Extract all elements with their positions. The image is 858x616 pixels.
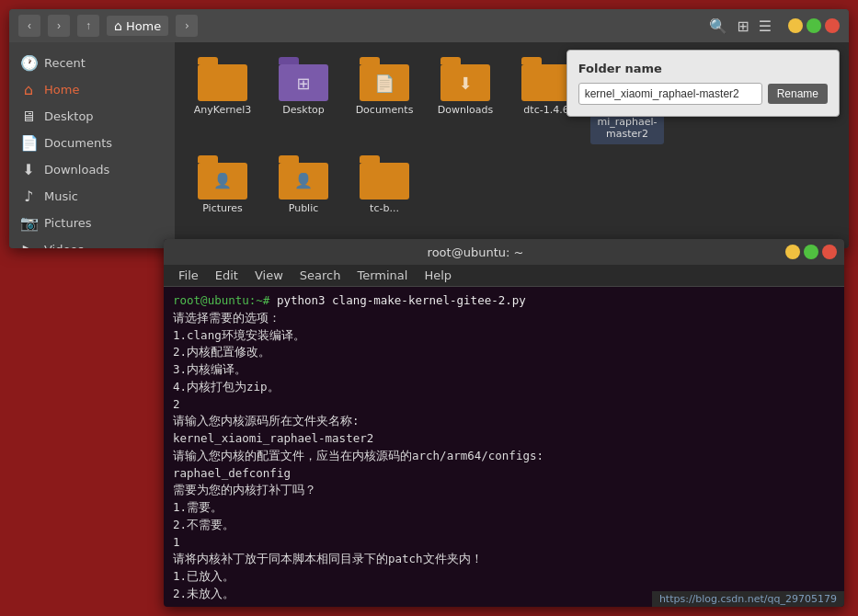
up-button[interactable]: ↑ xyxy=(77,15,99,37)
sidebar-item-pictures[interactable]: 📷 Pictures xyxy=(9,210,175,236)
term-maximize-button[interactable]: + xyxy=(804,245,818,259)
term-line-13: 1.需要。 xyxy=(173,499,835,517)
term-menu-search[interactable]: Search xyxy=(292,267,349,284)
home-label: Home xyxy=(126,19,161,33)
term-title: root@ubuntu: ~ xyxy=(376,245,576,259)
sidebar-item-videos[interactable]: ▶ Videos xyxy=(9,236,175,248)
folder-downloads-icon: ⬇ xyxy=(440,57,490,101)
videos-icon: ▶ xyxy=(20,241,37,248)
term-line-3: 1.clang环境安装编译。 xyxy=(173,327,835,345)
fm-minimize-button[interactable]: − xyxy=(788,18,803,33)
term-line-7: 2 xyxy=(173,396,835,414)
term-menu-terminal[interactable]: Terminal xyxy=(349,267,415,284)
documents-icon: 📄 xyxy=(20,134,37,152)
term-line-5: 3.内核编译。 xyxy=(173,361,835,379)
sidebar-label-documents: Documents xyxy=(44,136,112,150)
recent-icon: 🕐 xyxy=(20,54,37,72)
music-icon: ♪ xyxy=(20,188,37,205)
term-titlebar: root@ubuntu: ~ − + × xyxy=(164,239,844,265)
folder-downloads-label: Downloads xyxy=(438,104,493,116)
folder-desktop[interactable]: ⊞ Desktop xyxy=(267,53,340,144)
sidebar-item-music[interactable]: ♪ Music xyxy=(9,183,175,210)
toolbar-icons: 🔍 ⊞ ☰ xyxy=(707,16,773,37)
term-menu-file[interactable]: File xyxy=(171,267,206,284)
term-content-area[interactable]: root@ubuntu:~# python3 clang-make-kernel… xyxy=(164,287,844,604)
view-toggle-icon[interactable]: ⊞ xyxy=(735,16,750,37)
file-manager-window: ‹ › ↑ ⌂ Home › 🔍 ⊞ ☰ − + × 🕐 Recent ⌂ xyxy=(9,9,849,248)
term-line-2: 请选择需要的选项： xyxy=(173,310,835,327)
fm-titlebar: ‹ › ↑ ⌂ Home › 🔍 ⊞ ☰ − + × xyxy=(9,9,849,42)
back-button[interactable]: ‹ xyxy=(18,15,40,37)
folder-public-icon: 👤 xyxy=(279,155,328,200)
folder-pictures[interactable]: 👤 Pictures xyxy=(186,152,259,218)
term-line-8: 请输入您内核源码所在文件夹名称: xyxy=(173,413,835,430)
terminal-window: root@ubuntu: ~ − + × File Edit View Sear… xyxy=(164,239,844,607)
desktop-icon: 🖥 xyxy=(20,108,37,125)
folder-pictures-label: Pictures xyxy=(202,202,243,214)
term-line-17: 1.已放入。 xyxy=(173,568,835,586)
home-sidebar-icon: ⌂ xyxy=(20,81,37,98)
sidebar-label-videos: Videos xyxy=(44,243,84,248)
sidebar-label-pictures: Pictures xyxy=(44,216,91,230)
term-menu-edit[interactable]: Edit xyxy=(208,267,246,284)
downloads-icon: ⬇ xyxy=(20,161,37,178)
sidebar-item-desktop[interactable]: 🖥 Desktop xyxy=(9,103,175,130)
fm-main-area: AnyKernel3 ⊞ Desktop 📄 xyxy=(175,42,849,248)
home-icon: ⌂ xyxy=(114,18,122,33)
folder-anykernel3-icon xyxy=(198,57,247,101)
sidebar-item-home[interactable]: ⌂ Home xyxy=(9,76,175,103)
term-line-11: raphael_defconfig xyxy=(173,465,835,483)
term-window-controls: − + × xyxy=(785,245,837,259)
sidebar-label-music: Music xyxy=(44,189,78,203)
folder-dtc-icon xyxy=(521,57,571,101)
term-line-9: kernel_xiaomi_raphael-master2 xyxy=(173,430,835,448)
home-breadcrumb[interactable]: ⌂ Home xyxy=(107,16,168,36)
sidebar-label-downloads: Downloads xyxy=(44,163,109,177)
fm-close-button[interactable]: × xyxy=(825,18,840,33)
term-line-15: 1 xyxy=(173,534,835,552)
term-line-12: 需要为您的内核打补丁吗？ xyxy=(173,482,835,499)
folder-desktop-icon: ⊞ xyxy=(279,57,328,101)
folder-downloads[interactable]: ⬇ Downloads xyxy=(429,53,502,144)
fm-maximize-button[interactable]: + xyxy=(807,18,821,33)
fm-body: 🕐 Recent ⌂ Home 🖥 Desktop 📄 Documents ⬇ … xyxy=(9,42,849,248)
folder-public[interactable]: 👤 Public xyxy=(267,152,340,218)
folder-anykernel3[interactable]: AnyKernel3 xyxy=(186,53,259,144)
forward-button[interactable]: › xyxy=(48,15,70,37)
search-icon[interactable]: 🔍 xyxy=(707,16,729,37)
dialog-input-row: Rename xyxy=(578,83,828,105)
folder-documents-label: Documents xyxy=(356,104,414,116)
sidebar-label-home: Home xyxy=(44,83,79,97)
fm-sidebar: 🕐 Recent ⌂ Home 🖥 Desktop 📄 Documents ⬇ … xyxy=(9,42,175,248)
term-minimize-button[interactable]: − xyxy=(785,245,800,259)
folder-tcb-icon xyxy=(360,155,409,200)
folder-public-label: Public xyxy=(289,202,319,214)
folder-name-input[interactable] xyxy=(578,83,762,105)
term-line-1: root@ubuntu:~# python3 clang-make-kernel… xyxy=(173,292,835,310)
term-menu-bar: File Edit View Search Terminal Help xyxy=(164,265,844,287)
fm-window-controls: − + × xyxy=(788,18,840,33)
menu-icon[interactable]: ☰ xyxy=(757,16,773,37)
sidebar-label-recent: Recent xyxy=(44,56,86,70)
term-line-14: 2.不需要。 xyxy=(173,517,835,534)
dialog-title: Folder name xyxy=(578,62,828,75)
folder-pictures-icon: 👤 xyxy=(198,155,247,200)
rename-button[interactable]: Rename xyxy=(768,84,828,104)
pictures-icon: 📷 xyxy=(20,214,37,232)
term-menu-view[interactable]: View xyxy=(247,267,291,284)
sidebar-label-desktop: Desktop xyxy=(44,109,94,123)
sidebar-item-documents[interactable]: 📄 Documents xyxy=(9,130,175,156)
folder-anykernel3-label: AnyKernel3 xyxy=(194,104,252,116)
sidebar-item-downloads[interactable]: ⬇ Downloads xyxy=(9,156,175,183)
folder-tcb[interactable]: tc-b... xyxy=(348,152,421,218)
folder-tcb-label: tc-b... xyxy=(370,202,399,214)
sidebar-item-recent[interactable]: 🕐 Recent xyxy=(9,50,175,76)
folder-desktop-label: Desktop xyxy=(282,104,324,116)
term-close-button[interactable]: × xyxy=(822,245,837,259)
folder-dtc-label: dtc-1.4.6 xyxy=(523,104,568,116)
term-menu-help[interactable]: Help xyxy=(417,267,459,284)
folder-documents-icon: 📄 xyxy=(360,57,409,101)
term-footer-link: https://blog.csdn.net/qq_29705179 xyxy=(652,591,844,607)
folder-documents[interactable]: 📄 Documents xyxy=(348,53,421,144)
term-line-6: 4.内核打包为zip。 xyxy=(173,379,835,396)
